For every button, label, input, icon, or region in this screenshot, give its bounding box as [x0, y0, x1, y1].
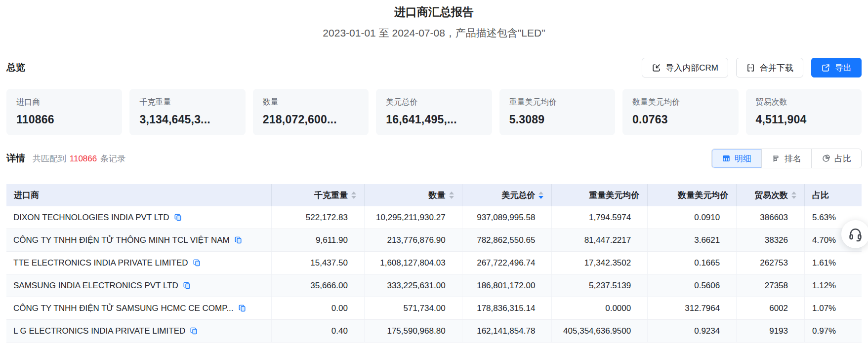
sort-caret-down-icon — [351, 196, 356, 199]
column-header-3[interactable]: 美元总价 — [462, 184, 552, 206]
tab-proportion-label: 占比 — [834, 153, 851, 164]
tab-ranking[interactable]: 排名 — [762, 149, 812, 168]
stat-card: 重量美元均价5.3089 — [499, 89, 615, 135]
copy-icon[interactable] — [234, 236, 243, 244]
cell-value: 10,295,211,930.27 — [364, 206, 462, 229]
column-header-4: 重量美元均价 — [552, 184, 648, 206]
view-switcher: 明细 排名 占比 — [711, 149, 862, 168]
copy-icon[interactable] — [183, 281, 191, 290]
detail-bar: 详情 共匹配到 110866 条记录 明细 排名 占比 — [6, 149, 862, 168]
cell-value: 5,237.5139 — [552, 274, 648, 297]
export-button[interactable]: 导出 — [811, 58, 862, 77]
column-header-label: 占比 — [812, 190, 829, 201]
stat-card-label: 数量 — [263, 97, 359, 108]
importer-name: SAMSUNG INDIA ELECTRONICS PVT LTD — [13, 281, 178, 291]
copy-icon[interactable] — [238, 304, 247, 312]
stat-card: 数量218,072,600... — [253, 89, 369, 135]
cell-value: 267,722,496.74 — [462, 252, 552, 274]
importer-summary-report-page: { "page": { "title": "进口商汇总报告", "subtitl… — [0, 0, 868, 344]
toolbar: 导入内部CRM 合并下载 导出 — [642, 58, 862, 77]
cell-value: 175,590,968.80 — [364, 320, 462, 343]
copy-icon[interactable] — [190, 327, 198, 335]
stat-card: 千克重量3,134,645,3... — [129, 89, 245, 135]
stat-card-value: 16,641,495,... — [386, 113, 482, 126]
sort-carets-icon[interactable] — [791, 191, 796, 199]
column-header-label: 数量 — [429, 190, 446, 201]
table-row: TTE ELECTRONICS INDIA PRIVATE LIMITED15,… — [6, 252, 862, 274]
tab-proportion[interactable]: 占比 — [812, 149, 861, 168]
export-icon — [821, 63, 830, 73]
importer-name: L G ELECTRONICS INDIA PRIVATE LIMITED — [13, 326, 185, 336]
sort-carets-icon[interactable] — [538, 191, 543, 199]
merge-download-label: 合并下载 — [760, 62, 793, 74]
cell-value: 405,354,636.9500 — [552, 320, 648, 343]
stat-card-label: 美元总价 — [386, 97, 482, 108]
sort-caret-up-icon — [538, 191, 543, 194]
cell-value: 571,734.00 — [364, 297, 462, 320]
sort-carets-icon[interactable] — [351, 191, 356, 199]
import-crm-button[interactable]: 导入内部CRM — [642, 58, 728, 77]
tab-detail-label: 明细 — [735, 153, 751, 164]
column-header-label: 千克重量 — [314, 190, 348, 201]
sort-carets-icon[interactable] — [449, 191, 454, 199]
match-record-text: 共匹配到 110866 条记录 — [33, 153, 125, 164]
column-header-6[interactable]: 贸易次数 — [737, 184, 805, 206]
customer-service-floating-button[interactable] — [841, 220, 868, 248]
stat-card: 数量美元均价0.0763 — [622, 89, 738, 135]
column-header-7: 占比 — [805, 184, 862, 206]
cell-value: 35,666.00 — [272, 274, 365, 297]
cell-value: 1,794.5974 — [552, 206, 648, 229]
cell-value: 162,141,854.78 — [462, 320, 552, 343]
cell-value: 15,437.50 — [272, 252, 365, 274]
importer-name: TTE ELECTRONICS INDIA PRIVATE LIMITED — [13, 258, 188, 268]
cell-value: 782,862,550.65 — [462, 229, 552, 252]
cell-value: 6002 — [737, 297, 805, 320]
sort-caret-up-icon — [791, 191, 796, 194]
cell-value: 27358 — [737, 274, 805, 297]
importer-name: CÔNG TY TNHH ĐIỆN TỬ THÔNG MINH TCL VIỆT… — [13, 235, 230, 245]
column-header-label: 数量美元均价 — [678, 190, 728, 201]
cell-value: 186,801,172.00 — [462, 274, 552, 297]
stat-card-label: 重量美元均价 — [509, 97, 605, 108]
copy-icon[interactable] — [193, 259, 201, 267]
stat-card: 贸易次数4,511,904 — [746, 89, 862, 135]
cell-value: 9,611.90 — [272, 229, 365, 252]
table-header: 进口商千克重量数量美元总价重量美元均价数量美元均价贸易次数占比 — [6, 184, 862, 206]
importer-name: CÔNG TY TNHH ĐIỆN TỬ SAMSUNG HCMC CE COM… — [13, 304, 234, 313]
cell-value: 0.97% — [805, 320, 862, 343]
merge-download-button[interactable]: 合并下载 — [736, 58, 803, 77]
copy-icon[interactable] — [174, 213, 182, 222]
column-header-label: 重量美元均价 — [589, 190, 639, 201]
cell-value: 213,776,876.90 — [364, 229, 462, 252]
column-header-2[interactable]: 数量 — [364, 184, 462, 206]
table-row: L G ELECTRONICS INDIA PRIVATE LIMITED0.4… — [6, 320, 862, 343]
stat-card-label: 进口商 — [16, 97, 112, 108]
cell-value: 522,172.83 — [272, 206, 365, 229]
cell-value: 3.6621 — [648, 229, 737, 252]
importer-name: DIXON TECHNOLOGIES INDIA PVT LTD — [13, 213, 169, 223]
stat-card-value: 110866 — [16, 113, 112, 126]
stat-card: 进口商110866 — [6, 89, 122, 135]
cell-value: 312.7964 — [648, 297, 737, 320]
import-icon — [652, 63, 661, 73]
overview-bar: 总览 导入内部CRM 合并下载 导出 — [6, 58, 862, 77]
stat-card-value: 4,511,904 — [756, 113, 852, 126]
sort-caret-down-icon — [791, 196, 796, 199]
cell-value: 1.12% — [805, 274, 862, 297]
stat-card-label: 数量美元均价 — [632, 97, 728, 108]
stat-card-value: 218,072,600... — [263, 113, 359, 126]
ranking-bars-icon — [772, 154, 781, 163]
cell-value: 386603 — [737, 206, 805, 229]
cell-value: 0.5606 — [648, 274, 737, 297]
stat-card-label: 千克重量 — [139, 97, 235, 108]
headset-icon — [848, 227, 863, 242]
column-header-label: 进口商 — [14, 190, 39, 201]
table-grid-icon — [722, 154, 731, 163]
tab-detail[interactable]: 明细 — [712, 149, 762, 168]
import-crm-label: 导入内部CRM — [665, 62, 718, 74]
table-row: SAMSUNG INDIA ELECTRONICS PVT LTD35,666.… — [6, 274, 862, 297]
stat-card-value: 3,134,645,3... — [139, 113, 235, 126]
cell-value: 0.9234 — [648, 320, 737, 343]
overview-heading: 总览 — [6, 61, 25, 74]
column-header-1[interactable]: 千克重量 — [272, 184, 365, 206]
